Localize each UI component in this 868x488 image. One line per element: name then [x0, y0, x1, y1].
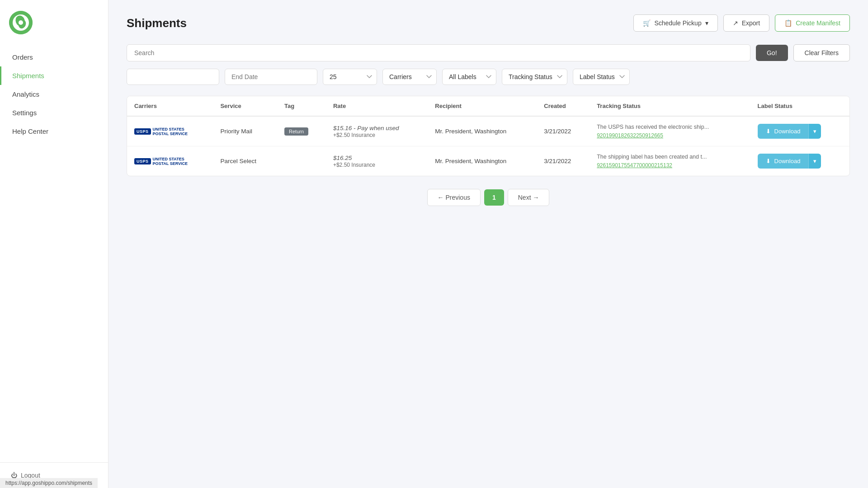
col-service: Service: [213, 96, 277, 116]
pagination: ← Previous 1 Next →: [127, 189, 850, 206]
rate-main: $16.25: [333, 155, 352, 161]
all-labels-select[interactable]: All Labels: [442, 69, 496, 85]
col-rate: Rate: [326, 96, 428, 116]
shipments-table: Carriers Service Tag Rate Recipient Crea…: [127, 96, 849, 176]
col-tracking-status: Tracking Status: [590, 96, 750, 116]
header-actions: 🛒 Schedule Pickup ▾ ↗ Export 📋 Create Ma…: [633, 14, 850, 32]
cell-service: Parcel Select: [213, 146, 277, 176]
per-page-select[interactable]: 25 50 100: [323, 69, 377, 85]
search-row: Go! Clear Filters: [127, 44, 850, 61]
cell-created: 3/21/2022: [537, 116, 590, 146]
create-manifest-button[interactable]: 📋 Create Manifest: [775, 14, 850, 32]
tracking-status-select[interactable]: Tracking Status: [502, 69, 567, 85]
cell-label-status: ⬇ Download ▾: [750, 116, 849, 146]
download-dropdown-button[interactable]: ▾: [808, 124, 821, 139]
pickup-icon: 🛒: [643, 19, 651, 27]
download-label: Download: [774, 128, 801, 135]
cell-service: Priority Mail: [213, 116, 277, 146]
status-bar: https://app.goshippo.com/shipments: [0, 478, 98, 488]
export-icon: ↗: [733, 19, 738, 27]
carrier-logo: USPS UNITED STATESPOSTAL SERVICE: [134, 127, 206, 136]
filter-row: 2021-12-22 25 50 100 Carriers USPS FedEx…: [127, 69, 850, 85]
download-icon: ⬇: [766, 128, 771, 135]
previous-button[interactable]: ← Previous: [427, 189, 481, 206]
usps-label: UNITED STATESPOSTAL SERVICE: [153, 127, 188, 136]
carrier-logo: USPS UNITED STATESPOSTAL SERVICE: [134, 157, 206, 166]
cell-tag: Return: [277, 116, 326, 146]
cell-tracking-status: The USPS has received the electronic shi…: [590, 116, 750, 146]
export-button[interactable]: ↗ Export: [723, 14, 769, 32]
table-row: USPS UNITED STATESPOSTAL SERVICE Priorit…: [127, 116, 849, 146]
rate-extra: +$2.50 Insurance: [333, 162, 375, 168]
cell-recipient: Mr. President, Washington: [428, 116, 537, 146]
tracking-text: The shipping label has been created and …: [597, 154, 743, 160]
end-date-input[interactable]: [225, 69, 317, 85]
cell-tag: [277, 146, 326, 176]
sidebar-item-settings[interactable]: Settings: [0, 103, 108, 122]
shipments-table-container: Carriers Service Tag Rate Recipient Crea…: [127, 96, 850, 176]
download-label: Download: [774, 158, 801, 164]
usps-label: UNITED STATESPOSTAL SERVICE: [153, 157, 188, 166]
col-created: Created: [537, 96, 590, 116]
clear-filters-button[interactable]: Clear Filters: [793, 44, 850, 61]
svg-point-4: [19, 20, 23, 25]
cell-created: 3/21/2022: [537, 146, 590, 176]
schedule-pickup-button[interactable]: 🛒 Schedule Pickup ▾: [633, 14, 717, 32]
download-icon: ⬇: [766, 158, 771, 164]
sidebar-item-shipments[interactable]: Shipments: [0, 66, 108, 85]
manifest-icon: 📋: [784, 19, 792, 27]
table-header-row: Carriers Service Tag Rate Recipient Crea…: [127, 96, 849, 116]
col-label-status: Label Status: [750, 96, 849, 116]
cell-rate: $15.16 - Pay when used +$2.50 Insurance: [326, 116, 428, 146]
tracking-number-link[interactable]: 9201990182632250912665: [597, 132, 663, 139]
download-dropdown-button[interactable]: ▾: [808, 154, 821, 169]
cell-label-status: ⬇ Download ▾: [750, 146, 849, 176]
download-button-group: ⬇ Download ▾: [758, 124, 821, 139]
next-button[interactable]: Next →: [508, 189, 550, 206]
download-arrow-icon: ▾: [813, 128, 816, 135]
current-page-button[interactable]: 1: [484, 189, 504, 206]
page-title: Shipments: [127, 16, 187, 30]
go-button[interactable]: Go!: [756, 45, 788, 61]
rate-extra: +$2.50 Insurance: [333, 132, 375, 138]
carriers-select[interactable]: Carriers USPS FedEx UPS: [382, 69, 437, 85]
tracking-number-link[interactable]: 9261590175547700000215132: [597, 162, 672, 169]
cell-carrier: USPS UNITED STATESPOSTAL SERVICE: [127, 116, 213, 146]
col-carriers: Carriers: [127, 96, 213, 116]
logo-area: [0, 0, 108, 43]
label-status-select[interactable]: Label Status: [573, 69, 630, 85]
usps-badge: USPS: [134, 128, 151, 135]
rate-main: $15.16 - Pay when used: [333, 125, 399, 131]
search-input[interactable]: [127, 44, 750, 61]
sidebar-item-analytics[interactable]: Analytics: [0, 85, 108, 103]
start-date-input[interactable]: 2021-12-22: [127, 69, 219, 85]
return-tag: Return: [284, 127, 308, 136]
cell-carrier: USPS UNITED STATESPOSTAL SERVICE: [127, 146, 213, 176]
tracking-text: The USPS has received the electronic shi…: [597, 124, 743, 130]
download-button[interactable]: ⬇ Download: [758, 124, 809, 139]
cell-rate: $16.25 +$2.50 Insurance: [326, 146, 428, 176]
usps-badge: USPS: [134, 158, 151, 164]
app-logo: [9, 11, 33, 34]
download-arrow-icon: ▾: [813, 158, 816, 164]
col-recipient: Recipient: [428, 96, 537, 116]
page-header: Shipments 🛒 Schedule Pickup ▾ ↗ Export 📋…: [127, 14, 850, 32]
cell-recipient: Mr. President, Washington: [428, 146, 537, 176]
download-button-group: ⬇ Download ▾: [758, 154, 821, 169]
col-tag: Tag: [277, 96, 326, 116]
sidebar-nav: Orders Shipments Analytics Settings Help…: [0, 43, 108, 462]
cell-tracking-status: The shipping label has been created and …: [590, 146, 750, 176]
main-content: Shipments 🛒 Schedule Pickup ▾ ↗ Export 📋…: [108, 0, 868, 488]
download-button[interactable]: ⬇ Download: [758, 154, 809, 169]
sidebar-item-orders[interactable]: Orders: [0, 48, 108, 66]
table-row: USPS UNITED STATESPOSTAL SERVICE Parcel …: [127, 146, 849, 176]
schedule-dropdown-icon: ▾: [705, 19, 708, 27]
sidebar: Orders Shipments Analytics Settings Help…: [0, 0, 108, 488]
sidebar-item-help-center[interactable]: Help Center: [0, 122, 108, 141]
